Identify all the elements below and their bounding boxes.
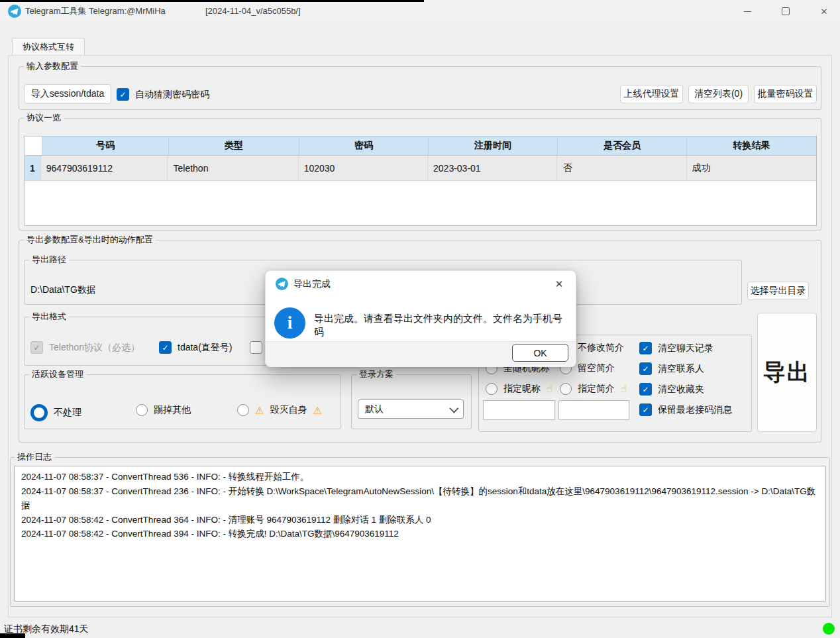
cleanup-chats-option[interactable]: 清空聊天记录 (639, 342, 713, 354)
dialog-title-bar[interactable]: 导出完成 ✕ (266, 271, 576, 296)
proxy-settings-button-label: 上线代理设置 (624, 88, 680, 100)
proxy-settings-button[interactable]: 上线代理设置 (620, 85, 683, 103)
col-header-password[interactable]: 密码 (299, 136, 429, 156)
auto-guess-password-checkbox[interactable] (117, 88, 129, 101)
col-header-premium[interactable]: 是否会员 (558, 136, 687, 156)
device-kick-others-label: 踢掉其他 (154, 404, 191, 416)
col-header-type[interactable]: 类型 (169, 136, 299, 156)
protocol-table: 号码 类型 密码 注册时间 是否会员 转换结果 1 9647903619112 … (24, 136, 817, 226)
dialog-close-button[interactable]: ✕ (549, 276, 569, 292)
auto-guess-password-label: 自动猜测密码密码 (135, 89, 209, 101)
ok-button-label: OK (533, 348, 547, 358)
maximize-icon (782, 7, 790, 15)
keep-oldest-sms-option[interactable]: 保留最老接码消息 (639, 403, 732, 416)
maximize-button[interactable] (770, 0, 801, 23)
batch-password-button[interactable]: 批量密码设置 (754, 85, 817, 103)
table-header-row: 号码 类型 密码 注册时间 是否会员 转换结果 (25, 136, 816, 156)
minimize-icon (744, 11, 751, 12)
table-row[interactable]: 1 9647903619112 Telethon 102030 2023-03-… (25, 156, 816, 181)
status-indicator-dot (823, 623, 835, 635)
col-header-regtime[interactable]: 注册时间 (429, 136, 558, 156)
format-third-checkbox[interactable] (250, 341, 262, 354)
auto-guess-password-option[interactable]: 自动猜测密码密码 (117, 88, 209, 101)
bio-specify-option[interactable]: 指定简介 ☝ (560, 383, 627, 395)
input-config-group-title: 输入参数配置 (24, 61, 81, 72)
chevron-down-icon (449, 403, 458, 413)
export-complete-dialog: 导出完成 ✕ i 导出完成。请查看导出文件夹内的文件。文件名为手机号码 OK (265, 270, 576, 367)
login-scheme-selected-value: 默认 (365, 403, 384, 415)
format-telethon-checkbox[interactable] (30, 341, 43, 354)
info-icon-glyph: i (288, 313, 293, 333)
cell-result: 成功 (687, 156, 816, 181)
pointing-hand-icon: ☝ (621, 384, 627, 394)
close-button[interactable]: ✕ (809, 0, 839, 23)
log-textarea[interactable]: 2024-11-07 08:58:37 - ConvertThread 536 … (14, 466, 826, 602)
specify-bio-input[interactable] (558, 400, 629, 420)
bio-empty-label: 留空简介 (578, 362, 615, 374)
cell-premium: 否 (557, 156, 686, 181)
screen-artifact-top (0, 0, 424, 2)
cleanup-chats-label: 清空聊天记录 (658, 343, 713, 354)
telegram-logo-icon (276, 278, 288, 290)
export-path-value: D:\Data\TG数据 (30, 284, 96, 296)
window-version: [2024-11-04_v/a5c055b/] (205, 0, 301, 23)
device-management-group-title: 活跃设备管理 (29, 369, 86, 380)
window-title: Telegram工具集 Telegram:@MrMiHa (25, 0, 166, 23)
device-destroy-self-radio[interactable] (237, 404, 249, 416)
nickname-specify-radio[interactable] (486, 383, 498, 395)
export-path-group-title: 导出路径 (29, 254, 69, 265)
device-kick-others-radio[interactable] (136, 404, 148, 416)
format-tdata-checkbox[interactable] (159, 341, 172, 354)
keep-oldest-sms-checkbox[interactable] (639, 403, 652, 416)
cleanup-contacts-option[interactable]: 清空联系人 (639, 362, 704, 375)
bio-no-change-label: 不修改简介 (578, 342, 624, 354)
cleanup-favorites-option[interactable]: 清空收藏夹 (639, 383, 704, 396)
tab-protocol-convert[interactable]: 协议格式互转 (12, 38, 85, 56)
cell-number: 9647903619112 (41, 156, 168, 181)
bio-specify-radio[interactable] (560, 383, 572, 395)
dialog-message: 导出完成。请查看导出文件夹内的文件。文件名为手机号码 (314, 312, 569, 339)
protocol-list-group-title: 协议一览 (24, 113, 64, 123)
device-no-action-radio[interactable] (30, 404, 48, 421)
row-index-cell: 1 (25, 156, 41, 181)
col-header-number[interactable]: 号码 (42, 136, 169, 156)
cleanup-favorites-checkbox[interactable] (639, 383, 652, 396)
col-header-result[interactable]: 转换结果 (687, 136, 816, 156)
pointing-hand-icon: ☝ (547, 384, 553, 394)
cleanup-contacts-label: 清空联系人 (658, 363, 704, 375)
cleanup-favorites-label: 清空收藏夹 (658, 384, 704, 396)
log-line: 2024-11-07 08:58:37 - ConvertThread 536 … (21, 470, 819, 484)
log-group-title: 操作日志 (15, 452, 54, 462)
close-icon: ✕ (555, 278, 564, 290)
minimize-button[interactable] (732, 0, 762, 23)
table-corner-cell (25, 136, 42, 156)
format-tdata-option[interactable]: tdata(直登号) (159, 341, 232, 354)
device-no-action-option[interactable]: 不处理 (30, 404, 81, 421)
format-telethon-option[interactable]: Telethon协议（必选） (30, 341, 140, 354)
cleanup-contacts-checkbox[interactable] (639, 362, 652, 375)
cell-password: 102030 (299, 156, 428, 181)
clear-list-button[interactable]: 清空列表(0) (688, 85, 749, 103)
warning-icon: ⚠ (313, 405, 321, 415)
specify-nickname-input[interactable] (483, 400, 555, 420)
log-line: 2024-11-07 08:58:42 - ConvertThread 394 … (21, 527, 819, 541)
device-kick-others-option[interactable]: 踢掉其他 (136, 404, 191, 416)
device-no-action-label: 不处理 (54, 407, 81, 419)
bio-specify-label: 指定简介 (578, 383, 615, 395)
import-session-button[interactable]: 导入session/tdata (24, 84, 111, 104)
choose-export-dir-button[interactable]: 选择导出目录 (747, 282, 809, 300)
warning-icon: ⚠ (255, 405, 264, 415)
certificate-status-text: 证书剩余有效期41天 (4, 623, 89, 635)
ok-button[interactable]: OK (512, 344, 568, 362)
login-scheme-select[interactable]: 默认 (358, 399, 464, 419)
export-button[interactable]: 导出 (757, 313, 817, 432)
device-destroy-self-option[interactable]: ⚠ 毁灭自身 ⚠ (237, 404, 322, 416)
clear-list-button-label: 清空列表(0) (694, 88, 743, 100)
cleanup-chats-checkbox[interactable] (639, 342, 652, 354)
login-scheme-group-title: 登录方案 (356, 369, 396, 380)
import-session-button-label: 导入session/tdata (31, 88, 105, 100)
title-bar[interactable]: Telegram工具集 Telegram:@MrMiHa [2024-11-04… (0, 0, 840, 23)
cell-regtime: 2023-03-01 (428, 156, 557, 181)
nickname-specify-option[interactable]: 指定昵称 ☝ (486, 383, 553, 395)
device-destroy-self-label: 毁灭自身 (270, 404, 307, 416)
